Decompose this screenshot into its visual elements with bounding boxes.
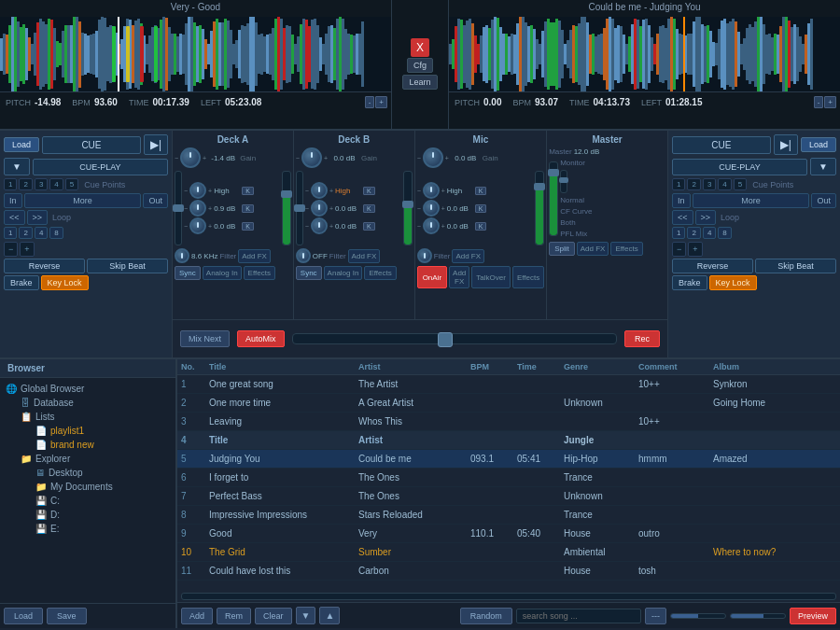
left-loop-4[interactable]: 4 [35,227,48,239]
master-effects-button[interactable]: Effects [610,242,642,256]
arrow-down-button[interactable]: ▼ [296,607,316,624]
right-cuepoint-3[interactable]: 3 [703,178,716,190]
deckA-pitch-slider[interactable] [175,171,182,245]
mic-onair-button[interactable]: OnAir [417,266,447,288]
table-row[interactable]: 5 Judging You Could be me 093.1 05:41 Hi… [177,450,840,469]
right-plus-button[interactable]: + [688,242,702,257]
deckB-low-k[interactable]: K [363,222,375,231]
mic-high-knob[interactable] [423,182,440,199]
crossfader-track[interactable] [292,333,617,344]
left-down-button[interactable]: ▼ [4,158,30,175]
preview-button[interactable]: Preview [790,608,836,624]
right-loop-2[interactable]: 2 [687,227,700,239]
deckB-mid-k[interactable]: K [363,204,375,213]
left-more-button[interactable]: More [24,193,142,208]
left-fwd-button[interactable]: >> [27,210,49,225]
left-skipbeat-button[interactable]: Skip Beat [87,259,168,273]
mic-talkover-button[interactable]: TalkOver [471,266,511,288]
left-brake-button[interactable]: Brake [4,275,39,290]
deckA-low-k[interactable]: K [242,222,254,231]
table-row[interactable]: 7 Perfect Bass The Ones Unknown [177,487,840,506]
left-cue-button[interactable]: CUE [42,136,141,154]
tree-item-lists[interactable]: 📋 Lists [0,410,175,424]
deckB-volume-fader[interactable] [403,171,413,245]
left-load-button[interactable]: Load [4,137,39,152]
left-plus-button[interactable]: + [20,242,34,257]
left-cueplay-button[interactable]: CUE-PLAY [33,159,168,175]
right-more-button[interactable]: More [693,193,810,208]
right-minus-button[interactable]: − [672,242,686,257]
automix-button[interactable]: AutoMix [237,330,285,347]
table-row[interactable]: 2 One more time A Great Artist Unknown G… [177,394,840,413]
deckA-high-k[interactable]: K [242,187,254,195]
left-play-button[interactable]: ▶| [144,134,168,155]
mic-mid-k[interactable]: K [475,204,487,213]
mic-low-knob[interactable] [423,217,440,234]
right-play-button[interactable]: ▶| [774,134,798,155]
track-list-scrollbar[interactable] [181,593,836,600]
tree-item-e-drive[interactable]: 💾 E: [0,522,175,536]
deckA-mid-k[interactable]: K [242,204,254,213]
deckB-high-knob[interactable] [311,182,328,199]
deckB-low-knob[interactable] [311,217,328,234]
deckB-gain-knob[interactable] [301,147,322,168]
master-split-button[interactable]: Split [549,242,575,256]
deckA-addfx-button[interactable]: Add FX [238,249,271,263]
left-keylock-button[interactable]: Key Lock [41,275,89,290]
tree-item-global-browser[interactable]: 🌐 Global Browser [0,382,175,396]
right-out-button[interactable]: Out [811,193,836,208]
deckB-addfx-button[interactable]: Add FX [348,249,381,263]
tree-item-playlist1[interactable]: 📄 playlist1 [0,424,175,438]
tree-item-desktop[interactable]: 🖥 Desktop [0,466,175,480]
learn-button[interactable]: Learn [402,75,437,90]
table-row[interactable]: 9 Good Very 110.1 05:40 House outro [177,525,840,543]
deckB-effects-button[interactable]: Effects [364,266,396,280]
deckB-filter-knob[interactable] [296,248,311,263]
rem-button[interactable]: Rem [217,608,251,624]
mic-gain-knob[interactable] [423,147,443,168]
deckB-pitch-slider[interactable] [296,171,303,245]
deckA-gain-knob[interactable] [180,147,201,168]
arrow-up-button[interactable]: ▲ [319,607,340,624]
table-row[interactable]: 4 Title Artist Jungle [177,431,840,450]
deckB-high-k[interactable]: K [363,187,375,195]
master-monitor-fader[interactable] [560,170,567,193]
deckB-analogin-button[interactable]: Analog In [324,266,363,280]
left-cuepoint-2[interactable]: 2 [19,178,32,190]
right-cueplay-button[interactable]: CUE-PLAY [672,159,807,175]
right-load-button[interactable]: Load [801,137,836,152]
tree-item-brandnew[interactable]: 📄 brand new [0,438,175,452]
deckA-sync-button[interactable]: Sync [175,266,201,280]
left-zoom-plus[interactable]: + [375,96,387,108]
left-reverse-button[interactable]: Reverse [4,259,85,273]
pitch-slider-h[interactable] [730,613,786,619]
table-row[interactable]: 8 Impressive Impressions Stars Reloaded … [177,506,840,525]
left-zoom-minus[interactable]: - [365,96,375,108]
table-row[interactable]: 10 The Grid Sumber Ambiental Where to no… [177,543,840,562]
left-minus-button[interactable]: − [4,242,18,257]
tree-item-database[interactable]: 🗄 Database [0,396,175,410]
mic-addfx2-button[interactable]: Add FX [449,266,469,288]
add-button[interactable]: Add [181,608,213,624]
right-loop-8[interactable]: 8 [718,227,731,239]
mixnext-button[interactable]: Mix Next [180,330,230,347]
mic-volume-fader[interactable] [535,171,544,245]
deckA-low-knob[interactable] [189,217,206,234]
right-loop-1[interactable]: 1 [672,227,685,239]
left-back-button[interactable]: << [4,210,25,225]
random-button[interactable]: Random [460,608,512,624]
table-row[interactable]: 11 Could have lost this Carbon House tos… [177,562,840,581]
right-cuepoint-5[interactable]: 5 [734,178,747,190]
deckA-high-knob[interactable] [189,182,206,199]
tree-item-mydocs[interactable]: 📁 My Documents [0,480,175,494]
deckA-mid-knob[interactable] [189,200,206,217]
mic-filter-knob[interactable] [417,248,432,263]
deckA-filter-knob[interactable] [175,248,189,263]
right-in-button[interactable]: In [672,193,691,208]
tree-item-d-drive[interactable]: 💾 D: [0,508,175,522]
right-cuepoint-2[interactable]: 2 [687,178,700,190]
browser-save-button[interactable]: Save [47,608,87,624]
left-loop-2[interactable]: 2 [19,227,32,239]
left-out-button[interactable]: Out [143,193,168,208]
deckA-analogin-button[interactable]: Analog In [203,266,242,280]
